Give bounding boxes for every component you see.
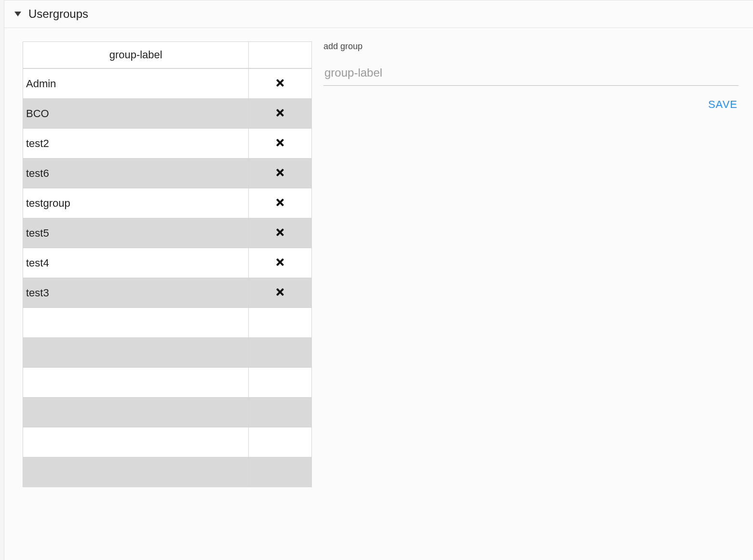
- table-row: [23, 397, 311, 427]
- svg-marker-0: [14, 12, 21, 16]
- close-icon: [275, 197, 285, 209]
- close-icon: [275, 287, 285, 299]
- table-row: [23, 457, 311, 487]
- group-action-cell: [249, 307, 311, 337]
- delete-group-button[interactable]: [272, 194, 288, 212]
- group-action-cell: [249, 427, 311, 457]
- table-row: BCO: [23, 98, 311, 128]
- group-action-cell: [249, 218, 311, 248]
- group-name-cell: test6: [23, 158, 249, 188]
- group-name-cell: [23, 427, 249, 457]
- usergroups-panel: Usergroups group-label AdminBCOtest2test…: [4, 0, 753, 560]
- group-name-cell: [23, 367, 249, 397]
- triangle-down-icon: [14, 10, 22, 18]
- group-action-cell: [249, 188, 311, 218]
- group-name-cell: test5: [23, 218, 249, 248]
- group-name-cell: test4: [23, 248, 249, 278]
- group-action-cell: [249, 248, 311, 278]
- table-row: test3: [23, 278, 311, 307]
- delete-group-button[interactable]: [272, 75, 288, 93]
- group-label-input[interactable]: [323, 61, 739, 86]
- close-icon: [275, 257, 285, 269]
- group-action-cell: [249, 397, 311, 427]
- group-name-cell: test3: [23, 278, 249, 307]
- add-group-form: add group SAVE: [323, 41, 739, 113]
- delete-group-button[interactable]: [272, 134, 288, 152]
- close-icon: [275, 227, 285, 239]
- table-row: test2: [23, 128, 311, 158]
- group-name-cell: [23, 337, 249, 367]
- delete-group-button[interactable]: [272, 224, 288, 242]
- groups-table-wrap: group-label AdminBCOtest2test6testgroupt…: [23, 41, 312, 487]
- group-name-cell: [23, 397, 249, 427]
- delete-group-button[interactable]: [272, 254, 288, 272]
- group-action-cell: [249, 367, 311, 397]
- group-action-cell: [249, 98, 311, 128]
- close-icon: [275, 107, 285, 120]
- close-icon: [275, 78, 285, 90]
- add-group-label: add group: [323, 41, 739, 52]
- table-row: Admin: [23, 68, 311, 98]
- group-action-cell: [249, 278, 311, 307]
- group-name-cell: BCO: [23, 98, 249, 128]
- close-icon: [275, 167, 285, 179]
- group-action-cell: [249, 68, 311, 98]
- group-action-cell: [249, 128, 311, 158]
- close-icon: [275, 137, 285, 149]
- group-action-cell: [249, 158, 311, 188]
- table-row: [23, 307, 311, 337]
- table-row: testgroup: [23, 188, 311, 218]
- group-action-cell: [249, 457, 311, 487]
- table-row: test6: [23, 158, 311, 188]
- group-name-cell: [23, 457, 249, 487]
- group-name-cell: test2: [23, 128, 249, 158]
- table-row: [23, 427, 311, 457]
- panel-header[interactable]: Usergroups: [4, 0, 753, 28]
- delete-group-button[interactable]: [272, 164, 288, 182]
- table-row: [23, 367, 311, 397]
- panel-title: Usergroups: [28, 7, 88, 21]
- table-row: test4: [23, 248, 311, 278]
- table-row: test5: [23, 218, 311, 248]
- group-action-cell: [249, 337, 311, 367]
- panel-body: group-label AdminBCOtest2test6testgroupt…: [4, 28, 753, 492]
- save-button[interactable]: SAVE: [707, 96, 739, 113]
- delete-group-button[interactable]: [272, 105, 288, 122]
- column-header-label: group-label: [23, 42, 249, 68]
- group-name-cell: [23, 307, 249, 337]
- group-name-cell: Admin: [23, 68, 249, 98]
- delete-group-button[interactable]: [272, 284, 288, 302]
- form-actions: SAVE: [323, 96, 739, 113]
- groups-table: group-label AdminBCOtest2test6testgroupt…: [23, 41, 312, 487]
- group-name-cell: testgroup: [23, 188, 249, 218]
- table-row: [23, 337, 311, 367]
- column-header-action: [249, 42, 311, 68]
